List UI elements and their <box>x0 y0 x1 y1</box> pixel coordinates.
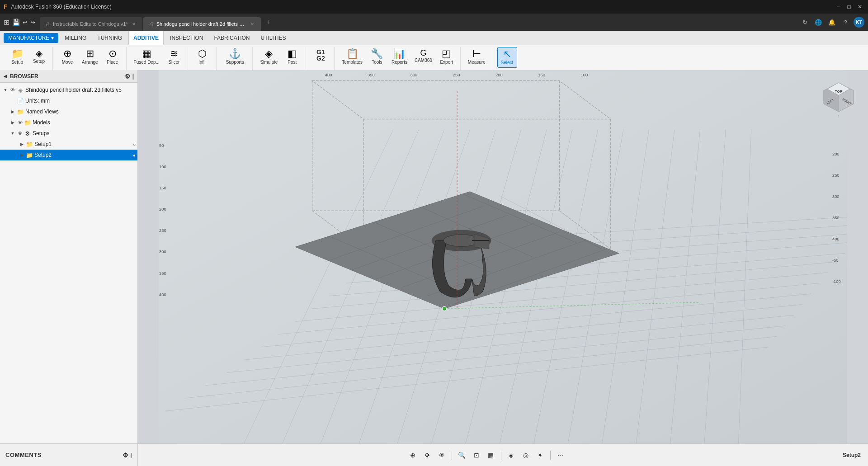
grid-menu-icon[interactable]: ⊞ <box>4 18 9 27</box>
left-panel: ◀ BROWSER ⚙ | ▼ 👁 ◈ Shindogu pencil hold… <box>0 70 138 443</box>
svg-text:-100: -100 <box>832 279 841 284</box>
svg-text:100: 100 <box>159 164 166 169</box>
tab-1[interactable]: 🖨 Instructable Edits to Chindogu v1* ✕ <box>40 17 142 31</box>
svg-text:TOP: TOP <box>835 89 843 94</box>
pan-button[interactable]: ✥ <box>421 449 434 461</box>
expand-setups-icon: ▼ <box>9 131 16 136</box>
setup1-label: Setup1 <box>34 141 131 147</box>
infill-button[interactable]: ⬡ Infill <box>193 47 212 67</box>
maximize-button[interactable]: □ <box>844 2 854 11</box>
orbit-button[interactable]: ⊕ <box>406 449 419 461</box>
tab-2-icon: 🖨 <box>149 21 154 27</box>
templates-button[interactable]: 📋 Templates <box>339 47 365 67</box>
comments-hide-icon[interactable]: | <box>130 452 132 458</box>
models-label: Models <box>33 119 136 126</box>
tree-item-named-views[interactable]: ▶ 📁 Named Views <box>0 106 137 117</box>
undo-icon[interactable]: ↩ <box>23 19 28 26</box>
tab-1-close[interactable]: ✕ <box>131 21 137 27</box>
tab-utilities[interactable]: UTILITIES <box>256 31 291 45</box>
account-icon[interactable]: KT <box>854 17 864 28</box>
units-node-icon: 📄 <box>16 98 24 104</box>
tree-item-setup1[interactable]: ▶ 📁 Setup1 ○ <box>0 139 137 150</box>
tab-2[interactable]: 🖨 Shindogu pencil holder draft 2d fillet… <box>143 17 261 31</box>
manufacture-button[interactable]: MANUFACTURE ▾ <box>4 33 58 43</box>
place-button[interactable]: ⊙ Place <box>103 47 123 67</box>
eye-setups-icon[interactable]: 👁 <box>16 131 24 136</box>
manufacture-label: MANUFACTURE <box>8 35 49 41</box>
select-button[interactable]: ↖ Select <box>497 47 517 68</box>
measure-button[interactable]: ⊢ Measure <box>465 47 488 67</box>
reports-icon: 📊 <box>393 49 406 59</box>
notification-icon[interactable]: 🔔 <box>826 17 837 28</box>
browser-header[interactable]: ◀ BROWSER ⚙ | <box>0 70 137 83</box>
app-icon: F <box>4 3 8 10</box>
tree-item-setups[interactable]: ▼ 👁 ⚙ Setups <box>0 128 137 139</box>
setup2-node-icon: 📁 <box>25 152 33 159</box>
environment-button[interactable]: ◎ <box>519 449 532 461</box>
visual-style-button[interactable]: ◈ <box>505 449 518 461</box>
tab-fabrication[interactable]: FABRICATION <box>209 31 254 45</box>
browser-hide-icon[interactable]: | <box>132 73 134 80</box>
zoom-button[interactable]: 🔍 <box>456 449 468 461</box>
svg-text:↑: ↑ <box>838 114 840 118</box>
tree-item-setup2[interactable]: ▶ 📁 Setup2 ● <box>0 150 137 160</box>
move-button[interactable]: ⊕ Move <box>57 47 77 67</box>
svg-text:100: 100 <box>581 72 588 77</box>
refresh-icon[interactable]: ↻ <box>799 17 810 28</box>
tab-2-close[interactable]: ✕ <box>249 21 255 27</box>
supports-button[interactable]: ⚓ Supports <box>223 47 247 67</box>
new-tab-button[interactable]: + <box>263 16 275 28</box>
print-settings-button[interactable]: ▦ Fused Dep... <box>131 47 162 67</box>
expand-root-icon: ▼ <box>2 88 9 92</box>
svg-text:250: 250 <box>832 173 840 178</box>
tab-actions: ↻ 🌐 🔔 ? KT <box>799 17 864 28</box>
save-icon[interactable]: 💾 <box>12 19 20 26</box>
viewport[interactable]: 400 350 300 250 200 150 100 50 100 150 2… <box>138 70 868 443</box>
svg-text:400: 400 <box>832 236 840 241</box>
redo-icon[interactable]: ↪ <box>30 19 35 26</box>
effects-button[interactable]: ✦ <box>534 449 547 461</box>
tree-item-models[interactable]: ▶ 👁 📁 Models <box>0 117 137 128</box>
browser-title: BROWSER <box>10 73 38 80</box>
simulate-button[interactable]: ◈ Simulate <box>257 47 280 67</box>
svg-text:200: 200 <box>495 72 503 77</box>
tab-turning[interactable]: TURNING <box>93 31 127 45</box>
tools-button[interactable]: 🔧 Tools <box>367 47 387 67</box>
comments-settings-icon[interactable]: ⚙ <box>123 452 129 459</box>
post-button[interactable]: ◧ Post <box>282 47 302 67</box>
expand-models-icon: ▶ <box>9 120 16 125</box>
named-views-label: Named Views <box>25 108 136 115</box>
tab-inspection[interactable]: INSPECTION <box>165 31 208 45</box>
svg-text:350: 350 <box>368 72 375 77</box>
help-icon[interactable]: ? <box>840 17 851 28</box>
minimize-button[interactable]: − <box>834 2 843 11</box>
tree-item-root[interactable]: ▼ 👁 ◈ Shindogu pencil holder draft 2d fi… <box>0 85 137 95</box>
browser-settings-icon[interactable]: ⚙ <box>125 73 131 80</box>
tab-additive[interactable]: ADDITIVE <box>128 31 164 45</box>
slicer-button[interactable]: ≋ Slicer <box>164 47 184 67</box>
grid-display-button[interactable]: ▦ <box>485 449 497 461</box>
reports-button[interactable]: 📊 Reports <box>389 47 410 67</box>
web-icon[interactable]: 🌐 <box>813 17 824 28</box>
setup-folder-button[interactable]: 📁 Setup <box>7 47 27 67</box>
svg-text:350: 350 <box>832 215 840 220</box>
supports-icon: ⚓ <box>229 49 241 59</box>
export-button[interactable]: ◰ Export <box>437 47 457 67</box>
tree-item-units[interactable]: 📄 Units: mm <box>0 95 137 106</box>
eye-models-icon[interactable]: 👁 <box>16 120 24 125</box>
bottom-bar: COMMENTS ⚙ | ⊕ ✥ 👁 🔍 ⊡ ▦ ◈ ◎ ✦ ⋯ Setup2 <box>0 443 868 466</box>
setup-button[interactable]: ◈ Setup <box>29 47 49 66</box>
look-button[interactable]: 👁 <box>435 449 448 461</box>
arrange-button[interactable]: ⊞ Arrange <box>79 47 101 67</box>
display-mode-button[interactable]: ⊡ <box>470 449 483 461</box>
g1g2-button[interactable]: G1G2 <box>311 47 330 63</box>
more-button[interactable]: ⋯ <box>554 449 567 461</box>
tab-milling[interactable]: MILLING <box>60 31 91 45</box>
comments-section[interactable]: COMMENTS ⚙ | <box>0 444 138 466</box>
view-cube[interactable]: TOP RIGHT LEFT ↑ <box>818 79 859 120</box>
eye-root-icon[interactable]: 👁 <box>9 87 16 93</box>
divider-3 <box>550 451 551 460</box>
cam360-button[interactable]: G CAM360 <box>412 47 435 65</box>
svg-text:-50: -50 <box>832 258 839 263</box>
close-button[interactable]: ✕ <box>855 2 864 11</box>
